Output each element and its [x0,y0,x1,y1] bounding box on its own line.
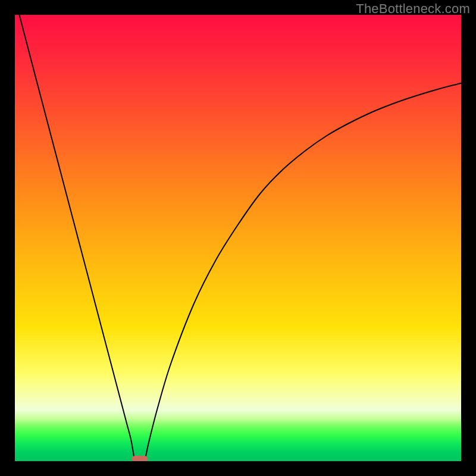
curve-left-branch [20,15,134,457]
curve-right-branch [146,83,461,458]
min-marker [132,456,148,461]
watermark-text: TheBottleneck.com [356,1,470,17]
curve-layer [15,15,461,461]
bottleneck-chart: TheBottleneck.com [0,0,476,476]
